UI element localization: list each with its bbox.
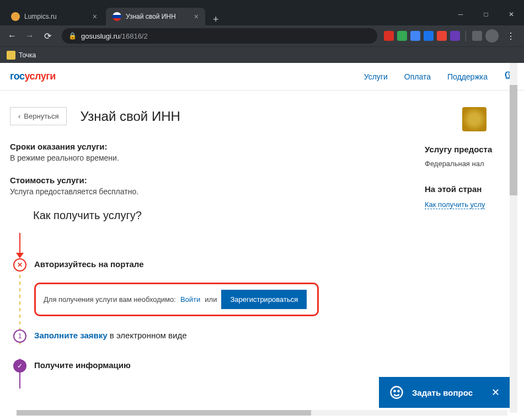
url-input[interactable]: 🔒 gosuslugi.ru/16816/2: [62, 28, 377, 44]
url-text: gosuslugi.ru/16816/2: [81, 32, 148, 40]
cost-title: Стоимость услуги:: [10, 176, 319, 185]
auth-callout: Для получения услуги вам необходимо: Вой…: [34, 283, 319, 316]
new-tab-button[interactable]: +: [207, 14, 224, 25]
onpage-link[interactable]: Как получить услу: [425, 200, 485, 209]
sidebar: Услугу предоста Федеральная нал На этой …: [425, 107, 524, 384]
main-content: ‹ Вернуться Узнай свой ИНН Сроки оказани…: [10, 107, 319, 384]
chat-widget[interactable]: Задать вопрос ✕: [379, 377, 510, 408]
horizontal-scrollbar[interactable]: [17, 410, 507, 416]
bookmark-item[interactable]: Точка: [7, 51, 36, 60]
scrollbar-thumb[interactable]: [17, 410, 311, 416]
forward-button[interactable]: →: [22, 28, 38, 44]
auth-prefix: Для получения услуги вам необходимо:: [44, 295, 176, 304]
page-content: госуслуги Услуги Оплата Поддержка ⚿ ‹ Ве…: [0, 63, 524, 420]
window-titlebar: [0, 0, 524, 6]
steps-list: ✕ Авторизуйтесь на портале Для получения…: [13, 233, 319, 373]
headset-icon: [389, 385, 404, 400]
scrollbar-thumb[interactable]: [510, 85, 517, 195]
login-link[interactable]: Войти: [180, 295, 200, 304]
back-label: Вернуться: [24, 112, 58, 120]
folder-icon: [7, 51, 15, 60]
step-marker-error-icon: ✕: [13, 258, 26, 272]
site-header: госуслуги Услуги Оплата Поддержка ⚿: [0, 63, 524, 91]
minimize-button[interactable]: ─: [448, 6, 473, 23]
tab-title: Узнай свой ИНН: [126, 13, 176, 20]
timing-title: Сроки оказания услуги:: [10, 142, 319, 151]
close-icon[interactable]: ✕: [491, 386, 500, 398]
cost-text: Услуга предоставляется бесплатно.: [10, 187, 319, 196]
extension-icons: │ ⋮: [384, 29, 520, 42]
lock-icon: 🔒: [68, 32, 77, 40]
profile-avatar[interactable]: [485, 29, 499, 42]
back-link-button[interactable]: ‹ Вернуться: [10, 107, 67, 125]
vertical-scrollbar[interactable]: [510, 63, 517, 413]
onpage-title: На этой стран: [425, 184, 524, 194]
step-item: ✕ Авторизуйтесь на портале: [13, 258, 319, 272]
browser-tab-active[interactable]: Узнай свой ИНН ×: [106, 8, 205, 25]
page-title: Узнай свой ИНН: [80, 109, 180, 124]
nav-services[interactable]: Услуги: [364, 72, 388, 81]
browser-tab-inactive[interactable]: Lumpics.ru ×: [4, 8, 104, 25]
nav-support[interactable]: Поддержка: [447, 72, 488, 81]
svg-point-4: [398, 391, 399, 392]
reload-button[interactable]: ⟳: [40, 28, 55, 44]
step-link[interactable]: Заполните заявку: [34, 331, 108, 340]
extension-icon[interactable]: [384, 31, 394, 41]
howto-title: Как получить услугу?: [33, 209, 319, 222]
bookmarks-bar: Точка: [0, 46, 524, 63]
extension-icon[interactable]: [410, 31, 420, 41]
extension-icon[interactable]: [450, 31, 460, 41]
arrow-down-icon: [16, 253, 24, 258]
close-window-button[interactable]: ✕: [499, 6, 524, 23]
step-marker-number-icon: 1: [13, 329, 26, 343]
agency-emblem-icon: [462, 107, 486, 131]
tab-strip: Lumpics.ru × Узнай свой ИНН × + ─ □ ✕: [0, 6, 524, 25]
extension-icon[interactable]: [437, 31, 447, 41]
tab-favicon: [113, 12, 121, 21]
step-item: ✓ Получите информацию: [13, 359, 319, 373]
close-icon[interactable]: ×: [194, 12, 199, 21]
register-button[interactable]: Зарегистрироваться: [221, 290, 307, 309]
menu-button[interactable]: ⋮: [502, 31, 520, 41]
chat-label: Задать вопрос: [412, 388, 473, 397]
step-title: Авторизуйтесь на портале: [34, 258, 144, 269]
svg-point-3: [394, 391, 395, 392]
provider-text: Федеральная нал: [425, 160, 524, 168]
step-title: Заполните заявку в электронном виде: [34, 329, 187, 340]
close-icon[interactable]: ×: [93, 12, 97, 21]
svg-point-2: [391, 387, 402, 398]
address-bar: ← → ⟳ 🔒 gosuslugi.ru/16816/2 │ ⋮: [0, 25, 524, 46]
step-connector: [19, 233, 20, 255]
step-marker-check-icon: ✓: [13, 359, 26, 373]
divider: │: [463, 31, 469, 41]
tab-favicon: [11, 12, 20, 21]
maximize-button[interactable]: □: [473, 6, 499, 23]
timing-text: В режиме реального времени.: [10, 153, 319, 162]
chevron-left-icon: ‹: [18, 112, 20, 120]
back-button[interactable]: ←: [4, 28, 20, 44]
tab-title: Lumpics.ru: [24, 13, 57, 20]
step-title: Получите информацию: [34, 359, 131, 370]
bookmark-label: Точка: [19, 51, 36, 59]
step-item: 1 Заполните заявку в электронном виде: [13, 329, 319, 343]
provider-title: Услугу предоста: [425, 145, 524, 154]
nav-payment[interactable]: Оплата: [404, 72, 431, 81]
reading-list-icon[interactable]: [472, 31, 482, 41]
extension-icon[interactable]: [424, 31, 434, 41]
extension-icon[interactable]: [397, 31, 407, 41]
auth-or: или: [205, 295, 217, 304]
site-logo[interactable]: госуслуги: [10, 71, 56, 82]
